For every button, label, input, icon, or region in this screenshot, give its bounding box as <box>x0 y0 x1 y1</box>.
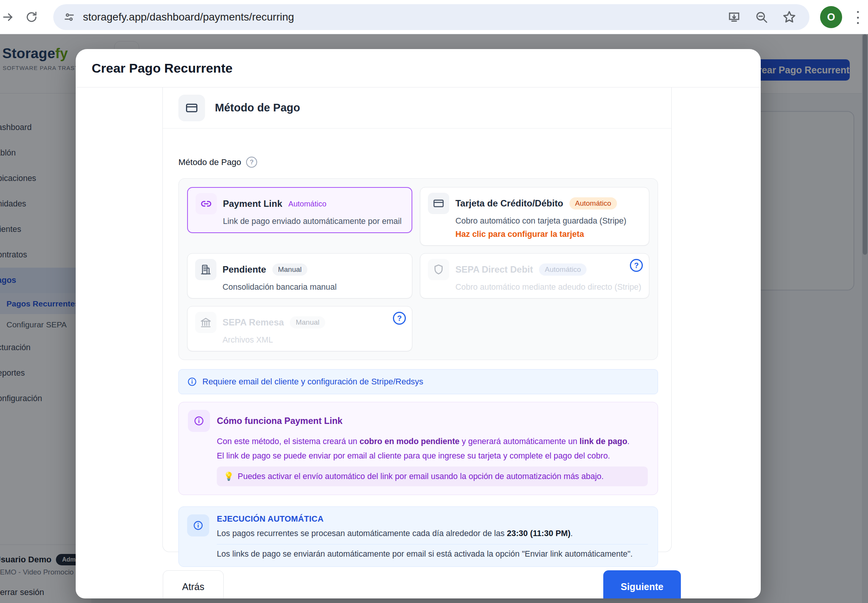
tip-text: Puedes activar el envío automático del l… <box>238 472 604 481</box>
back-button[interactable]: Atrás <box>163 570 224 598</box>
auto-line-1: Los pagos recurrentes se procesan automá… <box>217 529 648 538</box>
method-badge: Automático <box>539 263 587 276</box>
section-title: Método de Pago <box>215 102 300 114</box>
method-badge: Manual <box>272 263 307 276</box>
note-text: Requiere email del cliente y configuraci… <box>202 377 423 387</box>
install-app-icon[interactable] <box>727 10 741 24</box>
info-icon <box>187 377 197 387</box>
info-icon <box>188 410 210 432</box>
method-card-sepa-direct-debit: SEPA Direct Debit Automático Cobro autom… <box>420 253 649 298</box>
method-description: Cobro automático mediante adeudo directo… <box>455 282 641 292</box>
method-title: Payment Link <box>223 198 282 209</box>
explainer-title: Cómo funciona Payment Link <box>217 416 342 426</box>
section-header: Método de Pago <box>163 87 671 129</box>
forward-arrow-icon[interactable] <box>0 9 16 25</box>
method-title: Tarjeta de Crédito/Débito <box>455 198 563 209</box>
method-title: SEPA Direct Debit <box>455 264 533 275</box>
create-recurring-payment-modal: Crear Pago Recurrente Método de Pago Mét… <box>76 49 761 598</box>
auto-line-2: Los links de pago se enviarán automática… <box>217 549 648 559</box>
credit-card-icon <box>178 95 205 121</box>
link-icon <box>196 193 217 214</box>
method-badge: Automático <box>288 200 326 208</box>
browser-menu-icon[interactable] <box>854 10 861 25</box>
url-bar[interactable]: storagefy.app/dashboard/payments/recurri… <box>53 4 809 30</box>
method-card-pendiente[interactable]: Pendiente Manual Consolidación bancaria … <box>187 253 412 298</box>
method-title: SEPA Remesa <box>223 317 284 328</box>
zoom-out-icon[interactable] <box>755 10 768 24</box>
requirements-note: Requiere email del cliente y configuraci… <box>178 369 658 394</box>
browser-toolbar: storagefy.app/dashboard/payments/recurri… <box>0 0 868 34</box>
payment-method-section: Método de Pago Método de Pago ? Payment … <box>162 87 672 552</box>
divider <box>217 544 648 544</box>
bookmark-star-icon[interactable] <box>782 10 796 24</box>
profile-avatar[interactable]: O <box>820 6 842 28</box>
configure-card-link[interactable]: Haz clic para configurar la tarjeta <box>455 230 641 239</box>
reload-icon[interactable] <box>24 9 40 25</box>
info-icon <box>187 514 209 536</box>
screen: storagefy.app/dashboard/payments/recurri… <box>0 0 868 603</box>
next-button[interactable]: Siguiente <box>603 570 681 598</box>
method-card-tarjeta[interactable]: Tarjeta de Crédito/Débito Automático Cob… <box>420 187 649 246</box>
method-badge: Automático <box>569 197 617 209</box>
method-description: Link de pago enviado automáticamente por… <box>223 217 404 226</box>
modal-header: Crear Pago Recurrente <box>76 49 761 87</box>
explainer-paragraph-2: El link de pago se puede enviar por emai… <box>217 451 648 461</box>
method-description: Cobro automático con tarjeta guardada (S… <box>455 216 641 226</box>
building-icon <box>195 259 216 280</box>
payment-method-options: Payment Link Automático Link de pago env… <box>178 178 658 360</box>
method-badge: Manual <box>290 316 325 328</box>
method-card-payment-link[interactable]: Payment Link Automático Link de pago env… <box>187 187 412 233</box>
modal-title: Crear Pago Recurrente <box>92 61 232 76</box>
help-icon[interactable]: ? <box>246 157 257 168</box>
payment-link-explainer: Cómo funciona Payment Link Con este méto… <box>178 402 658 495</box>
method-card-sepa-remesa: SEPA Remesa Manual Archivos XML ? <box>187 306 412 351</box>
method-description: Consolidación bancaria manual <box>223 282 404 292</box>
site-settings-icon[interactable] <box>63 11 75 23</box>
payment-method-label: Método de Pago <box>178 157 241 167</box>
shield-icon <box>428 259 449 280</box>
method-description: Archivos XML <box>223 335 404 345</box>
auto-title: EJECUCIÓN AUTOMÁTICA <box>217 514 648 524</box>
bank-icon <box>195 312 216 333</box>
automatic-execution-info: EJECUCIÓN AUTOMÁTICA Los pagos recurrent… <box>178 506 658 567</box>
explainer-paragraph-1: Con este método, el sistema creará un co… <box>217 437 648 446</box>
sepa-dd-help-icon[interactable]: ? <box>630 259 643 272</box>
sepa-remesa-help-icon[interactable]: ? <box>393 312 406 325</box>
method-title: Pendiente <box>223 264 266 275</box>
credit-card-icon <box>428 193 449 214</box>
lightbulb-icon: 💡 <box>224 471 234 481</box>
url-text[interactable]: storagefy.app/dashboard/payments/recurri… <box>83 11 727 23</box>
automation-tip: 💡 Puedes activar el envío automático del… <box>217 467 648 486</box>
